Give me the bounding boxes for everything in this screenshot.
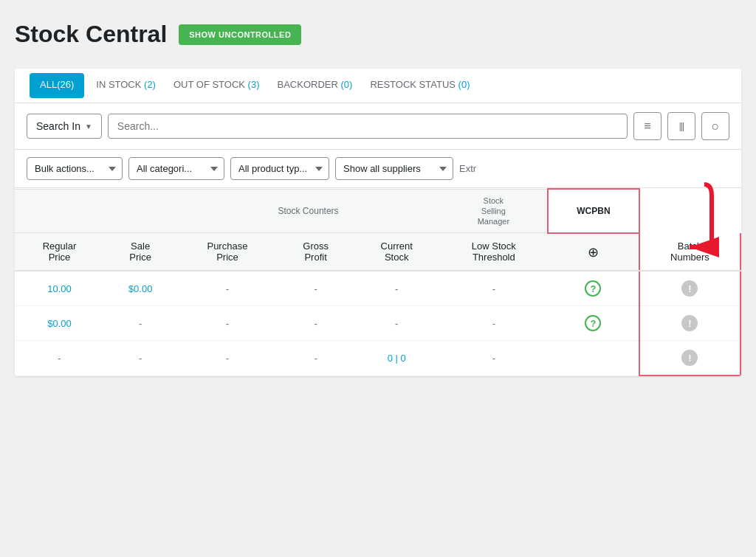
col-gross-profit: GrossProfit [278,233,354,271]
cell-current-stock-1: - [354,271,440,306]
cell-sale-price-2: - [104,306,176,341]
search-in-button[interactable]: Search In ▼ [27,114,102,139]
tab-in-stock[interactable]: IN STOCK (2) [87,69,165,103]
chevron-down-icon: ▼ [85,122,92,131]
settings-icon: ○ [712,119,720,134]
col-current-stock: CurrentStock [354,233,440,271]
col-purchase-price: PurchasePrice [176,233,278,271]
cell-ssm-2: ? [548,306,639,341]
tab-backorder[interactable]: BACKORDER (0) [269,69,362,103]
question-icon: ? [585,280,601,297]
tab-out-of-stock[interactable]: OUT OF STOCK (3) [165,69,269,103]
question-icon: ? [585,315,601,331]
cell-purchase-price-2: - [176,306,278,341]
col-regular-price: RegularPrice [15,233,104,271]
table-row: $0.00 - - - - - ? ! [15,306,740,341]
search-input[interactable] [108,114,628,139]
bulk-actions-select[interactable]: Bulk actions... [27,157,123,180]
product-types-select[interactable]: All product typ... [230,157,329,180]
cell-current-stock-2: - [354,306,440,341]
info-icon: ! [681,350,698,366]
cell-regular-price-3: - [15,341,104,376]
page-title: Stock Central [15,21,167,48]
extra-label: Extr [459,163,476,174]
filters-row: Bulk actions... All categori... All prod… [15,150,741,188]
table-row: - - - - 0 | 0 - ! [15,341,740,376]
cell-batch-1: ! [639,271,740,306]
cell-current-stock-3[interactable]: 0 | 0 [354,341,440,376]
group-header-stock-counters: Stock Counters [176,189,440,233]
search-row: Search In ▼ ≡ ||| ○ [15,103,741,150]
barcode-icon: ||| [679,121,684,131]
table-row: 10.00 $0.00 - - - - ? ! [15,271,740,306]
group-header-ssm: StockSellingManager [440,189,548,233]
list-view-button[interactable]: ≡ [633,112,662,140]
col-low-stock-threshold: Low StockThreshold [440,233,548,271]
cell-gross-profit-1: - [278,271,354,306]
col-header-row: RegularPrice SalePrice PurchasePrice Gro… [15,233,740,271]
table-body: 10.00 $0.00 - - - - ? ! [15,271,740,376]
list-icon: ≡ [644,120,650,133]
group-header-wcpbn: WCPBN [548,189,639,233]
col-batch-numbers: BatchNumbers [639,233,740,271]
cell-purchase-price-3: - [176,341,278,376]
show-uncontrolled-button[interactable]: SHOW UNCONTROLLED [179,24,301,45]
cell-low-stock-1: - [440,271,548,306]
table-wrapper: Stock Counters StockSellingManager WCPBN… [15,188,741,376]
tab-restock-status[interactable]: RESTOCK STATUS (0) [361,69,478,103]
cell-low-stock-3: - [440,341,548,376]
cell-gross-profit-2: - [278,306,354,341]
stock-table: Stock Counters StockSellingManager WCPBN… [15,188,741,376]
cell-ssm-1: ? [548,271,639,306]
cell-low-stock-2: - [440,306,548,341]
cell-batch-2: ! [639,306,740,341]
info-icon: ! [681,315,698,331]
cell-regular-price-2[interactable]: $0.00 [15,306,104,341]
cell-regular-price-1[interactable]: 10.00 [15,271,104,306]
barcode-view-button[interactable]: ||| [667,112,695,140]
suppliers-select[interactable]: Show all suppliers [335,157,453,180]
cell-ssm-3 [548,341,639,376]
tab-all[interactable]: ALL(26) [30,73,84,98]
cell-batch-3: ! [639,341,740,376]
tabs-row: ALL(26) IN STOCK (2) OUT OF STOCK (3) BA… [15,69,741,103]
cell-sale-price-3: - [104,341,176,376]
categories-select[interactable]: All categori... [128,157,224,180]
settings-button[interactable]: ○ [701,112,729,140]
cell-sale-price-1[interactable]: $0.00 [104,271,176,306]
group-header-row: Stock Counters StockSellingManager WCPBN [15,189,740,233]
cell-gross-profit-3: - [278,341,354,376]
group-header-empty [15,189,176,233]
col-ssm-icon: ⊕ [548,233,639,271]
info-icon: ! [681,280,698,297]
col-sale-price: SalePrice [104,233,176,271]
cell-purchase-price-1: - [176,271,278,306]
